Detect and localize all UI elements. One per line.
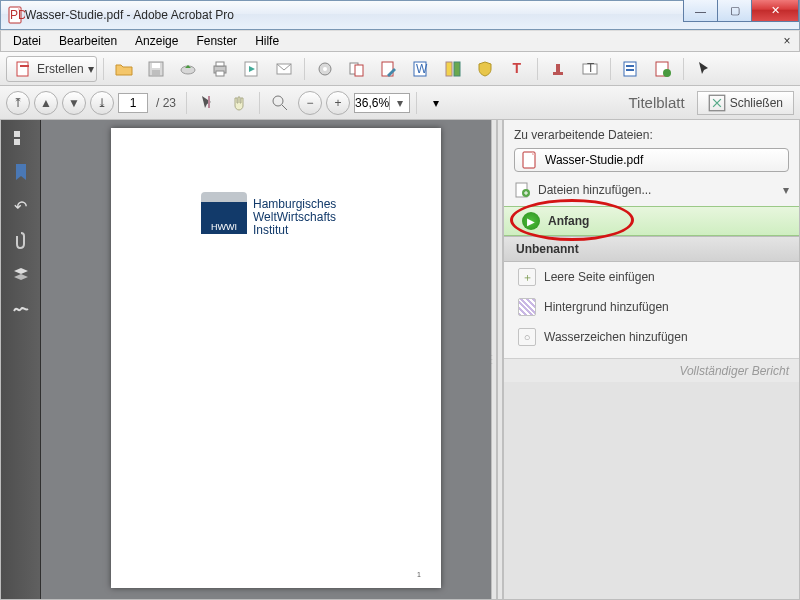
menu-file[interactable]: Datei [5,32,49,50]
svg-rect-5 [152,63,160,68]
form-button[interactable] [617,56,645,82]
zoom-in-button[interactable]: + [326,91,350,115]
menu-help[interactable]: Hilfe [247,32,287,50]
undo-history-button[interactable]: ↶ [9,194,33,218]
hand-tool-button[interactable] [225,90,253,116]
dropdown-icon: ▾ [88,62,94,76]
action-add-background[interactable]: Hintergrund hinzufügen [504,292,799,322]
separator [537,58,538,80]
bookmarks-panel-button[interactable] [9,160,33,184]
pdf-icon: PDF [7,6,25,24]
svg-rect-21 [454,62,460,76]
maximize-button[interactable]: ▢ [717,0,751,22]
action-wizard-button[interactable] [649,56,677,82]
export-word-button[interactable]: W [407,56,435,82]
logo-mark: HWWI [201,198,247,234]
file-name: Wasser-Studie.pdf [545,153,643,167]
attachments-panel-button[interactable] [9,228,33,252]
close-panel-button[interactable]: Schließen [697,91,794,115]
navigation-toolbar: ⤒ ▲ ▼ ⤓ / 23 − + 36,6% ▾ ▾ Titelblatt Sc… [0,86,800,120]
first-page-button[interactable]: ⤒ [6,91,30,115]
create-button[interactable]: Erstellen ▾ [6,56,97,82]
close-button[interactable]: ✕ [751,0,799,22]
compare-icon [444,60,462,78]
play-icon: ▶ [522,212,540,230]
last-page-button[interactable]: ⤓ [90,91,114,115]
page-canvas: HWWI Hamburgisches WeltWirtschafts Insti… [111,128,441,588]
layers-panel-button[interactable] [9,262,33,286]
open-button[interactable] [110,56,138,82]
share-icon [243,60,261,78]
window-controls: — ▢ ✕ [683,1,799,29]
select-tool-button[interactable] [690,56,718,82]
watermark-icon: ○ [518,328,536,346]
svg-point-32 [273,96,283,106]
cloud-button[interactable] [174,56,202,82]
splitter-left[interactable] [491,120,497,599]
zoom-select-icon [271,94,289,112]
signatures-panel-button[interactable] [9,296,33,320]
text-tool-button[interactable]: T [503,56,531,82]
cursor-icon [695,60,713,78]
window-title: Wasser-Studie.pdf - Adobe Acrobat Pro [25,8,683,22]
select-tool2-button[interactable] [193,90,221,116]
add-files-label: Dateien hinzufügen... [538,183,651,197]
action-insert-blank-page[interactable]: ＋ Leere Seite einfügen [504,262,799,292]
export-pdf-button[interactable] [311,56,339,82]
view-menu-button[interactable]: ▾ [423,90,449,116]
prev-page-button[interactable]: ▲ [34,91,58,115]
document-viewport[interactable]: HWWI Hamburgisches WeltWirtschafts Insti… [41,120,491,599]
folder-open-icon [115,60,133,78]
stamp-button[interactable] [544,56,572,82]
textbox-button[interactable]: T [576,56,604,82]
page-total-label: / 23 [152,96,180,110]
save-button[interactable] [142,56,170,82]
add-files-button[interactable]: Dateien hinzufügen... ▾ [514,178,789,202]
start-button[interactable]: ▶ Anfang [504,206,799,236]
menubar-close-doc[interactable]: × [779,34,795,48]
floppy-icon [147,60,165,78]
next-page-button[interactable]: ▼ [62,91,86,115]
zoom-out-button[interactable]: − [298,91,322,115]
share-button[interactable] [238,56,266,82]
text-icon: T [508,60,526,78]
thumbnails-panel-button[interactable] [9,126,33,150]
full-report-link[interactable]: Vollständiger Bericht [679,364,789,378]
close-panel-label: Schließen [730,96,783,110]
menu-window[interactable]: Fenster [188,32,245,50]
menu-view[interactable]: Anzeige [127,32,186,50]
window-titlebar: PDF Wasser-Studie.pdf - Adobe Acrobat Pr… [0,0,800,30]
protect-button[interactable] [471,56,499,82]
create-icon [15,60,33,78]
ibeam-icon [198,94,216,112]
panel-title: Titelblatt [628,94,692,111]
action-add-watermark[interactable]: ○ Wasserzeichen hinzufügen [504,322,799,352]
page-number-input[interactable] [118,93,148,113]
minimize-button[interactable]: — [683,0,717,22]
marquee-zoom-button[interactable] [266,90,294,116]
print-button[interactable] [206,56,234,82]
panel-footer[interactable]: Vollständiger Bericht [504,358,799,382]
svg-text:W: W [416,62,428,76]
separator [259,92,260,114]
svg-rect-6 [152,70,160,75]
separator [683,58,684,80]
compare-button[interactable] [439,56,467,82]
separator [416,92,417,114]
add-file-icon [514,181,532,199]
email-button[interactable] [270,56,298,82]
edit-pdf-button[interactable] [375,56,403,82]
file-item[interactable]: Wasser-Studie.pdf [514,148,789,172]
zoom-combo[interactable]: 36,6% ▾ [354,93,410,113]
svg-rect-31 [208,96,210,108]
document-logo: HWWI Hamburgisches WeltWirtschafts Insti… [201,198,336,238]
svg-text:PDF: PDF [10,8,25,22]
menu-edit[interactable]: Bearbeiten [51,32,125,50]
background-icon [518,298,536,316]
svg-rect-2 [17,62,28,76]
svg-rect-10 [216,71,224,76]
svg-point-14 [323,67,327,71]
svg-rect-28 [626,69,634,71]
combine-button[interactable] [343,56,371,82]
files-heading: Zu verarbeitende Dateien: [504,120,799,148]
